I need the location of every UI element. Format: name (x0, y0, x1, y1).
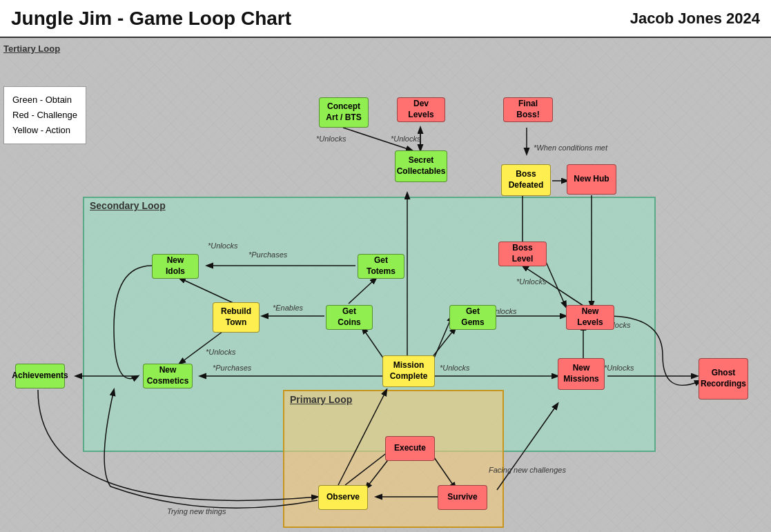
header: Jungle Jim - Game Loop Chart Jacob Jones… (0, 0, 771, 38)
new-missions-node: New Missions (558, 358, 605, 390)
unlocks-label-8: *Unlocks (208, 242, 237, 250)
unlocks-label-3: *Unlocks (516, 277, 546, 286)
main-container: Jungle Jim - Game Loop Chart Jacob Jones… (0, 0, 771, 532)
unlocks-label-7: *Unlocks (604, 364, 634, 372)
unlocks-label-6: *Unlocks (440, 364, 469, 372)
tertiary-loop-label: Tertiary Loop (3, 43, 60, 54)
legend-line1: Green - Obtain (12, 92, 77, 108)
concept-art-node: Concept Art / BTS (319, 97, 369, 128)
trying-new-label: Trying new things (167, 507, 226, 515)
get-totems-node: Get Totems (358, 254, 404, 279)
new-levels-node: New Levels (566, 305, 614, 330)
new-cosmetics-node: New Cosmetics (143, 364, 193, 388)
unlocks-label-1: *Unlocks (316, 135, 346, 143)
dev-levels-node: Dev Levels (397, 97, 445, 122)
final-boss-node: Final Boss! (503, 97, 553, 122)
enables-label: *Enables (273, 304, 303, 312)
legend-line2: Red - Challenge (12, 108, 77, 123)
legend-line3: Yellow - Action (12, 123, 77, 138)
secondary-loop-label: Secondary Loop (90, 200, 166, 211)
boss-level-node: Boss Level (498, 242, 547, 266)
execute-node: Execute (385, 436, 435, 461)
mission-complete-node: Mission Complete (382, 355, 435, 387)
unlocks-label-2: *Unlocks (391, 135, 420, 143)
purchases-label-2: *Purchases (213, 364, 251, 372)
page-title: Jungle Jim - Game Loop Chart (11, 8, 291, 30)
survive-node: Survive (438, 485, 487, 510)
facing-challenges-label: Facing new challenges (489, 466, 566, 474)
rebuild-town-node: Rebuild Town (213, 302, 260, 333)
ghost-recordings-node: Ghost Recordings (699, 358, 748, 400)
legend-box: Green - Obtain Red - Challenge Yellow - … (3, 86, 86, 144)
get-coins-node: Get Coins (326, 305, 373, 330)
author-label: Jacob Jones 2024 (630, 10, 760, 28)
purchases-label-1: *Purchases (248, 250, 287, 259)
secret-collectables-node: Secret Collectables (395, 150, 447, 182)
get-gems-node: Get Gems (449, 305, 496, 330)
achievements-node: Achievements (15, 364, 65, 388)
new-idols-node: New Idols (152, 254, 199, 279)
when-conditions-label: *When conditions met (534, 144, 607, 152)
observe-node: Observe (318, 485, 368, 510)
boss-defeated-node: Boss Defeated (501, 164, 551, 196)
primary-loop-label: Primary Loop (290, 394, 352, 405)
chart-area: Tertiary Loop Green - Obtain Red - Chall… (0, 38, 771, 532)
unlocks-label-9: *Unlocks (206, 348, 235, 356)
new-hub-node: New Hub (567, 164, 616, 195)
